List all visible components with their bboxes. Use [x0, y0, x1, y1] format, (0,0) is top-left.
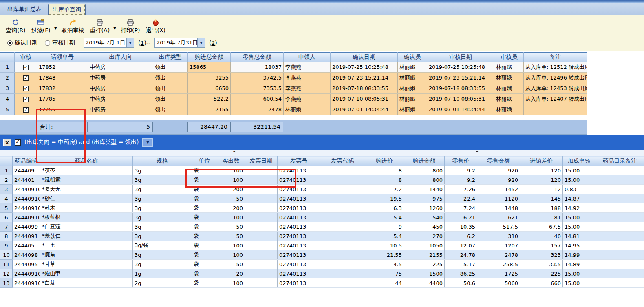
cell[interactable]: 258.5: [477, 260, 520, 269]
column-header[interactable]: 单位: [192, 156, 217, 166]
cell[interactable]: 100: [217, 250, 245, 260]
cell[interactable]: [595, 260, 644, 269]
cell[interactable]: 4.5: [365, 260, 404, 269]
cell[interactable]: 15.00: [563, 278, 595, 288]
radio-confirm-date[interactable]: 确认日期: [7, 39, 37, 46]
chevron-down-icon[interactable]: ▼: [126, 38, 134, 47]
cell[interactable]: 1g: [133, 269, 192, 278]
cell[interactable]: 林丽娥: [398, 83, 427, 94]
audit-checkbox[interactable]: [23, 65, 29, 70]
table-row[interactable]: 524440910*苏木3g袋200027401136.312607.24144…: [0, 203, 644, 213]
cell[interactable]: *薏苡仁: [40, 232, 133, 241]
cell[interactable]: 1440: [404, 185, 445, 194]
cell[interactable]: 林丽娥: [494, 104, 524, 115]
filter-dropdown-button[interactable]: ▼: [142, 138, 153, 147]
cell[interactable]: 15.00: [563, 175, 595, 185]
cell[interactable]: 67.5: [520, 222, 563, 232]
cell[interactable]: 2019-07-10 08:05:31: [427, 94, 494, 104]
cell[interactable]: 2155: [188, 104, 231, 115]
chevron-down-icon[interactable]: ▼: [197, 38, 205, 47]
radio-audit-date[interactable]: 审核日期: [45, 39, 75, 46]
table-row[interactable]: 72444099*白豆蔻3g袋5002740113945010.35517.56…: [0, 222, 644, 232]
audit-checkbox[interactable]: [23, 75, 29, 81]
date-to-select[interactable]: 2019年 7月31日 ▼: [154, 38, 205, 48]
cell[interactable]: 310: [477, 232, 520, 241]
cell[interactable]: 9.2: [445, 166, 477, 175]
cell[interactable]: 1725: [477, 269, 520, 278]
exit-button[interactable]: 退出(X): [143, 18, 168, 35]
cell[interactable]: [595, 278, 644, 288]
cell[interactable]: 15.00: [563, 269, 595, 278]
table-row[interactable]: 624440910*板蓝根3g袋100027401135.45406.21621…: [0, 213, 644, 222]
cell[interactable]: 24440910: [13, 185, 40, 194]
column-header[interactable]: 发票号: [278, 156, 320, 166]
cell[interactable]: 袋: [192, 213, 217, 222]
cell[interactable]: 林丽娥: [398, 62, 427, 73]
cell[interactable]: 75: [365, 269, 404, 278]
column-header[interactable]: 购进总金额: [188, 53, 231, 62]
cell[interactable]: 2019-07-23 15:21:14: [331, 73, 398, 83]
cell[interactable]: *苏木: [40, 203, 133, 213]
column-header[interactable]: 审核: [15, 53, 37, 62]
cell[interactable]: 19.5: [365, 194, 404, 203]
print-button[interactable]: 打印(P): [118, 18, 143, 35]
column-header[interactable]: 发票日期: [245, 156, 278, 166]
cell[interactable]: 林丽娥: [398, 94, 427, 104]
cell[interactable]: 3g: [133, 166, 192, 175]
cell[interactable]: [595, 222, 644, 232]
cell[interactable]: 3g: [133, 194, 192, 203]
cell[interactable]: 袋: [192, 232, 217, 241]
cell[interactable]: 7.2: [365, 185, 404, 194]
cell[interactable]: [245, 278, 278, 288]
cell[interactable]: 从入库单: 12453 转成出库: [524, 83, 587, 94]
cell[interactable]: 33.5: [520, 260, 563, 269]
cell[interactable]: 200: [217, 203, 245, 213]
table-row[interactable]: 117852中药房领出1586518037李燕燕2019-07-25 10:25…: [0, 62, 587, 73]
cell[interactable]: 从入库单: 12496 转成出库: [524, 73, 587, 83]
cell[interactable]: 7353.5: [231, 83, 284, 94]
cell[interactable]: 540: [404, 213, 445, 222]
cell[interactable]: 5.17: [445, 260, 477, 269]
radio-icon[interactable]: [45, 40, 50, 46]
cell[interactable]: 14.81: [563, 232, 595, 241]
cell[interactable]: 15.00: [563, 213, 595, 222]
cell[interactable]: *鹿角: [40, 250, 133, 260]
cell[interactable]: 02740113: [278, 250, 320, 260]
cell[interactable]: [320, 213, 365, 222]
column-header[interactable]: 发票代码: [320, 156, 365, 166]
cell[interactable]: 2444099: [13, 222, 40, 232]
cell[interactable]: 17848: [37, 73, 88, 83]
cell[interactable]: 517.5: [477, 222, 520, 232]
cell[interactable]: [245, 185, 278, 194]
cell[interactable]: 24440910: [13, 203, 40, 213]
cell[interactable]: [595, 175, 644, 185]
cell[interactable]: 12.07: [445, 241, 477, 250]
cell[interactable]: 14.95: [563, 241, 595, 250]
cell[interactable]: [245, 203, 278, 213]
cell[interactable]: 7.26: [445, 185, 477, 194]
tab-outbound-summary[interactable]: 出库单汇总表: [3, 4, 46, 15]
cell[interactable]: 2478: [231, 104, 284, 115]
cell[interactable]: 270: [404, 232, 445, 241]
cell[interactable]: 2019-07-25 10:25:48: [427, 62, 494, 73]
cell[interactable]: 3g: [133, 232, 192, 241]
cell[interactable]: 4400: [404, 278, 445, 288]
cell[interactable]: [245, 260, 278, 269]
cell[interactable]: 3g: [133, 213, 192, 222]
audit-cell[interactable]: [15, 62, 37, 73]
table-row[interactable]: 112444095*甘草3g袋50027401134.52255.17258.5…: [0, 260, 644, 269]
cell[interactable]: 450: [404, 222, 445, 232]
cell[interactable]: 2444091: [13, 232, 40, 241]
cell[interactable]: 袋: [192, 278, 217, 288]
cell[interactable]: 2444098: [13, 250, 40, 260]
cell[interactable]: 50: [217, 222, 245, 232]
cell[interactable]: 7.24: [445, 203, 477, 213]
cell[interactable]: [524, 104, 587, 115]
column-header[interactable]: 规格: [133, 156, 192, 166]
cell[interactable]: 1120: [477, 194, 520, 203]
cell[interactable]: 15.00: [563, 166, 595, 175]
table-row[interactable]: 417785中药房领出522.2600.54李燕燕2019-07-10 08:0…: [0, 94, 587, 104]
cell[interactable]: 2g: [133, 278, 192, 288]
cell[interactable]: 100: [217, 278, 245, 288]
cell[interactable]: [245, 222, 278, 232]
